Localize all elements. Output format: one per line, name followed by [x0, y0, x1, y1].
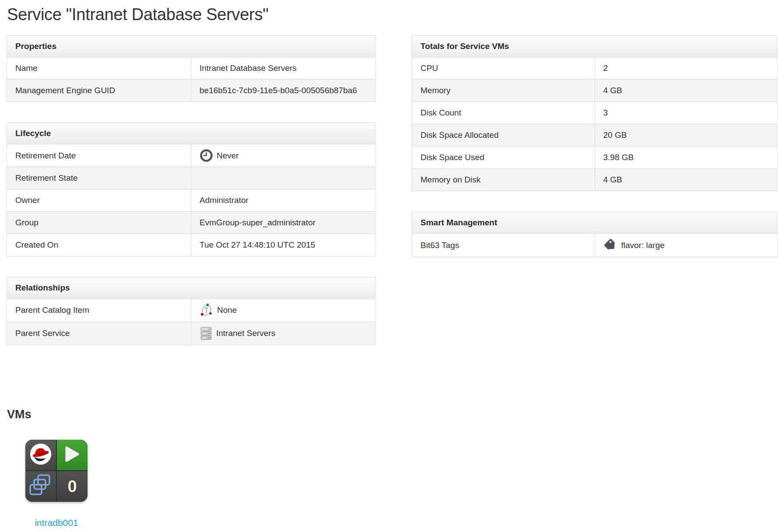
row-value-text: None — [217, 305, 237, 315]
row-value: flavor: large — [595, 234, 778, 257]
row-value: Never — [191, 144, 375, 167]
left-column: Properties Name Intranet Database Server… — [7, 35, 375, 366]
table-row: Created On Tue Oct 27 14:48:10 UTC 2015 — [7, 234, 375, 256]
vendor-quadrant — [25, 440, 56, 470]
row-label: Parent Catalog Item — [7, 299, 191, 322]
row-label: Disk Space Allocated — [412, 124, 595, 147]
row-value: 3 — [595, 102, 778, 124]
row-label: CPU — [412, 57, 595, 80]
table-row: Bit63 Tags flavor: — [412, 234, 778, 257]
relationships-table: Relationships Parent Catalog Item — [7, 277, 375, 345]
table-row: Retirement Date Never — [7, 144, 375, 167]
row-label: Memory on Disk — [412, 169, 595, 191]
row-value: EvmGroup-super_administrator — [191, 212, 375, 234]
row-value-text: Intranet Servers — [216, 329, 275, 338]
vm-type-quadrant — [25, 471, 56, 502]
redhat-logo-icon — [29, 442, 53, 468]
row-value: 4 GB — [595, 169, 778, 191]
row-label: Created On — [7, 234, 191, 256]
vm-clone-icon — [28, 474, 53, 499]
row-value: Administrator — [191, 189, 375, 212]
tag-icon — [603, 238, 618, 252]
row-value — [191, 167, 375, 189]
vms-section-heading: VMs — [7, 408, 778, 421]
table-row: Parent Catalog Item — [7, 299, 375, 322]
service-stack-icon — [200, 326, 213, 340]
row-value: 4 GB — [595, 80, 778, 102]
row-value: Intranet Servers — [191, 322, 375, 345]
smart-management-table-title: Smart Management — [412, 212, 778, 234]
table-row: Disk Space Used 3.98 GB — [412, 147, 778, 169]
table-row: Parent Service — [7, 322, 375, 345]
vm-name-link[interactable]: intradb001 — [35, 518, 78, 528]
table-row: Memory on Disk 4 GB — [412, 169, 778, 191]
row-label: Memory — [412, 80, 595, 102]
catalog-item-icon — [200, 303, 214, 317]
row-value: 20 GB — [595, 124, 778, 147]
row-label: Retirement Date — [7, 144, 191, 167]
row-value: 2 — [595, 57, 778, 80]
table-row: CPU 2 — [412, 57, 778, 80]
totals-table: Totals for Service VMs CPU 2 Memory 4 GB… — [412, 35, 778, 191]
power-on-icon — [65, 446, 80, 464]
lifecycle-table-title: Lifecycle — [7, 123, 375, 144]
table-row: Owner Administrator — [7, 189, 375, 212]
row-label: Disk Space Used — [412, 147, 595, 169]
lifecycle-table: Lifecycle Retirement Date Never — [7, 122, 375, 256]
table-row: Management Engine GUID be16b51c-7cb9-11e… — [7, 80, 375, 102]
row-label: Management Engine GUID — [7, 80, 191, 102]
properties-table: Properties Name Intranet Database Server… — [7, 35, 375, 102]
row-value-text: flavor: large — [621, 241, 665, 250]
table-row: Memory 4 GB — [412, 80, 778, 102]
content-columns: Properties Name Intranet Database Server… — [7, 35, 778, 366]
row-value: be16b51c-7cb9-11e5-b0a5-005056b87ba6 — [191, 80, 375, 102]
row-value: Tue Oct 27 14:48:10 UTC 2015 — [191, 234, 375, 256]
row-label: Bit63 Tags — [412, 234, 595, 257]
row-label: Name — [7, 57, 191, 80]
row-value-text: Never — [217, 151, 239, 161]
table-row: Group EvmGroup-super_administrator — [7, 212, 375, 234]
row-label: Disk Count — [412, 102, 595, 124]
page-title: Service "Intranet Database Servers" — [7, 5, 778, 24]
totals-table-title: Totals for Service VMs — [412, 36, 778, 57]
row-label: Group — [7, 212, 191, 234]
vm-quadicon-tile[interactable]: 0 — [25, 440, 88, 502]
vm-item: 0 intradb001 — [22, 440, 91, 528]
properties-table-title: Properties — [7, 36, 375, 57]
row-label: Retirement State — [7, 167, 191, 189]
table-row: Disk Space Allocated 20 GB — [412, 124, 778, 147]
power-state-quadrant — [57, 440, 88, 470]
smart-management-table: Smart Management Bit63 Tags — [412, 212, 778, 257]
right-column: Totals for Service VMs CPU 2 Memory 4 GB… — [412, 35, 778, 278]
row-label: Owner — [7, 189, 191, 212]
row-value: 3.98 GB — [595, 147, 778, 169]
clock-icon — [200, 149, 213, 162]
table-row: Disk Count 3 — [412, 102, 778, 124]
table-row: Name Intranet Database Servers — [7, 57, 375, 80]
row-label: Parent Service — [7, 322, 191, 345]
row-value: Intranet Database Servers — [191, 57, 375, 80]
vm-count-badge: 0 — [57, 471, 88, 502]
row-value: None — [191, 299, 375, 322]
table-row: Retirement State — [7, 167, 375, 189]
relationships-table-title: Relationships — [7, 277, 375, 299]
